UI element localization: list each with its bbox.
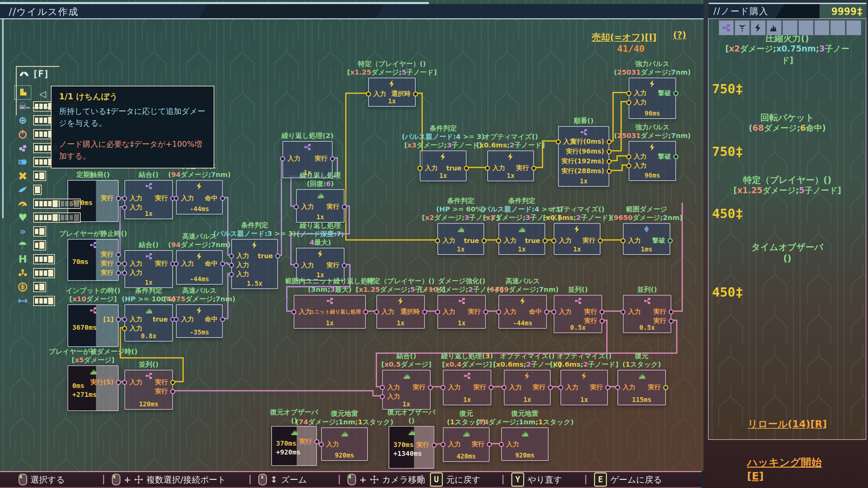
port-in[interactable]: 入力	[499, 441, 519, 448]
port-out[interactable]: 実行	[516, 165, 536, 171]
graph-node-junban[interactable]: 順番()入力実行(0ms)実行(96ms)実行(192ms)実行(288ms)1…	[558, 126, 609, 187]
graph-node-chp100[interactable]: 条件判定(HP >= 100%)入力入力true0.8x	[124, 304, 173, 342]
port-out[interactable]: 命中	[205, 316, 225, 323]
port-out[interactable]: 実行	[299, 438, 319, 445]
graph-node-pstill[interactable]: プレイヤーが静止時()実行実行実行70ms	[67, 239, 119, 281]
graph-node-opt1[interactable]: オプティマイズ()[x0.6ms;2子ノード]入力実行1x	[487, 150, 534, 181]
sidebar-item-power[interactable]	[16, 129, 55, 139]
port-out[interactable]: 撃破	[658, 153, 678, 160]
sidebar-item-swarm[interactable]	[16, 268, 55, 278]
graph-node-unit[interactable]: 範囲内ユニット繰り返し処理(3nm;3最大)入力ユニット繰り返し処理1x	[294, 295, 366, 329]
graph-node-opt4[interactable]: オプティマイズ()[x0.6ms;2子ノード]入力実行1x	[560, 370, 608, 405]
port-out[interactable]: true	[258, 252, 280, 259]
help-link[interactable]: (?)	[673, 30, 686, 40]
graph-node-k2[interactable]: 高速パルス(94ダメージ;7nm)入力命中-44ms	[176, 250, 223, 285]
port-in[interactable]: 入力	[174, 260, 194, 267]
port-in[interactable]: 入力	[435, 308, 455, 315]
port-in[interactable]: 入力	[496, 237, 516, 244]
graph-node-f420[interactable]: 復元(1スタック)入力実行420ms	[443, 427, 490, 462]
port-in[interactable]: 入力	[122, 260, 142, 267]
graph-node-par3[interactable]: 並列()入力実行実行0.5x	[623, 295, 671, 333]
port-in[interactable]: 入力	[626, 99, 647, 106]
port-out[interactable]: true	[153, 316, 175, 323]
port-in[interactable]: 入力	[380, 384, 400, 391]
port-in[interactable]: 入力	[280, 155, 300, 162]
port-in[interactable]: 入力	[485, 165, 505, 171]
port-out[interactable]: 実行(192ms)	[561, 158, 612, 165]
sidebar-item-bridge[interactable]: H	[16, 254, 55, 264]
reroll-button[interactable]: リロール(14)[R]	[748, 418, 827, 431]
graph-node-st1[interactable]: 強力パルス(25031ダメージ;7nm)入力入力撃破96ms	[629, 78, 676, 119]
graph-node-pdmg[interactable]: プレイヤーが被ダメージ時()[x5ダメージ]実行(5)0ms+271ms	[67, 365, 119, 411]
port-in[interactable]: 入力	[380, 393, 400, 400]
sidebar-item-umbrella[interactable]: ☂	[16, 240, 46, 250]
inventory-slot-lightning-icon[interactable]	[751, 20, 766, 35]
port-in[interactable]: 入力	[620, 308, 641, 315]
port-in[interactable]: 入力	[174, 195, 194, 202]
port-out[interactable]: 実行	[155, 195, 175, 202]
graph-node-ketsu3[interactable]: 結合()[x0.5ダメージ]入力入力実行1x	[382, 370, 431, 410]
inventory-slot-empty[interactable]	[814, 20, 829, 35]
port-out[interactable]: true	[464, 237, 487, 244]
port-in[interactable]: 入力	[440, 441, 461, 448]
port-out[interactable]: 実行(0ms)	[570, 138, 612, 145]
port-in[interactable]: 入力	[501, 384, 522, 391]
port-out[interactable]: 実行	[101, 260, 121, 267]
port-in[interactable]: 入力	[294, 262, 314, 269]
graph-node-repk[interactable]: 繰り返し処理(回復:6)入力実行1x	[296, 189, 344, 223]
graph-node-c60[interactable]: 条件判定(HP >= 60%)[x2ダメージ;3子ノード]入力true1x	[437, 223, 484, 255]
graph-node-jir1[interactable]: 復元地雷(74ダメージ;1nm;1スタック)入力920ms	[321, 427, 368, 461]
graph-node-fobs2[interactable]: 復元オブザーバ()実行370ms+1340ms	[389, 426, 434, 469]
sidebar-item-gauge[interactable]	[16, 199, 81, 209]
port-out[interactable]: 実行	[327, 262, 347, 269]
graph-node-c432[interactable]: 条件判定(パルス親ノード:4 >= 3)[x3ダメージ;3子ノード]入力true…	[498, 223, 545, 255]
port-out[interactable]: 実行	[413, 384, 433, 391]
inventory-slot-circuit-icon[interactable]	[719, 20, 734, 35]
port-in[interactable]: 入力	[374, 308, 394, 315]
inventory-slot-empty[interactable]	[798, 20, 813, 35]
graph-node-ketsu1[interactable]: 結合()入力入力実行1x	[124, 180, 173, 219]
graph-node-cond33[interactable]: 条件判定(パルス親ノード:3 >= 3)入力入力入力true1.5x	[231, 239, 278, 289]
port-out[interactable]: 命中	[205, 195, 225, 202]
sidebar-item-heart[interactable]: ♥	[16, 212, 81, 223]
sell-toggle-link[interactable]: 売却(=オフ)[I]	[592, 31, 656, 43]
port-in[interactable]: 入力	[626, 153, 647, 160]
port-out[interactable]: 実行	[155, 260, 175, 267]
port-in[interactable]: 入力	[620, 237, 641, 244]
port-out[interactable]: 撃破	[658, 90, 678, 97]
graph-node-par1[interactable]: 並列()入力実行実行120ms	[124, 370, 173, 410]
port-out[interactable]: 実行	[590, 384, 610, 391]
port-in[interactable]: 入力	[229, 271, 249, 278]
graph-node-repd[interactable]: 繰り返し処理(ノード深度:7;4最大)入力実行1x	[296, 248, 344, 281]
port-out[interactable]: 実行	[155, 388, 175, 395]
inventory-slot-empty[interactable]	[830, 20, 845, 35]
graph-node-ketsu2[interactable]: 結合()入力入力実行1x	[124, 250, 173, 288]
port-in[interactable]: 入力	[294, 203, 314, 210]
port-out[interactable]: [1]	[103, 316, 121, 323]
graph-node-hanni[interactable]: 範囲ダメージ(9650ダメージ;2nm)入力撃破1ms	[623, 223, 670, 255]
port-in[interactable]: 入力	[417, 165, 438, 171]
graph-node-a1[interactable]: 特定（プレイヤー）()[x1.25ダメージ;5子ノード]入力選択時1x	[368, 78, 416, 107]
port-out[interactable]: 実行(288ms)	[561, 168, 612, 175]
port-out[interactable]: 実行	[315, 155, 335, 162]
inventory-slot-spikes-icon[interactable]	[767, 20, 782, 35]
port-out[interactable]: 実行	[584, 318, 605, 324]
graph-node-f115[interactable]: 復元(1スタック)入力実行115ms	[617, 370, 666, 405]
port-in[interactable]: 入力	[435, 237, 455, 244]
port-out[interactable]: 実行	[473, 384, 494, 391]
port-out[interactable]: 実行	[327, 203, 347, 210]
port-out[interactable]: true	[525, 237, 548, 244]
port-out[interactable]: 撃破	[652, 237, 673, 244]
graph-node-input[interactable]: インプットの時()[x10ダメージ][1]3670ms	[67, 304, 119, 347]
graph-node-tok2[interactable]: 特定（プレイヤー）()[x1.25ダメージ;5子ノード]入力選択時1x	[376, 295, 425, 329]
port-in[interactable]: 入力	[440, 384, 461, 391]
port-in[interactable]: 入力	[626, 90, 647, 97]
inventory-slot-empty[interactable]	[783, 20, 797, 35]
port-in[interactable]: 入力	[319, 441, 339, 448]
port-in[interactable]: 入力	[122, 269, 142, 276]
inventory-slot-empty[interactable]	[846, 20, 861, 35]
sidebar-item-chevrons[interactable]: »	[16, 226, 46, 237]
start-hacking-button[interactable]: ハッキング開始[E]	[747, 455, 828, 482]
graph-node-c431[interactable]: 条件判定(パルス親ノード:4 >= 3)[x3ダメージ;3子ノード]入力true…	[420, 150, 467, 181]
port-in[interactable]: 入力	[122, 379, 142, 386]
